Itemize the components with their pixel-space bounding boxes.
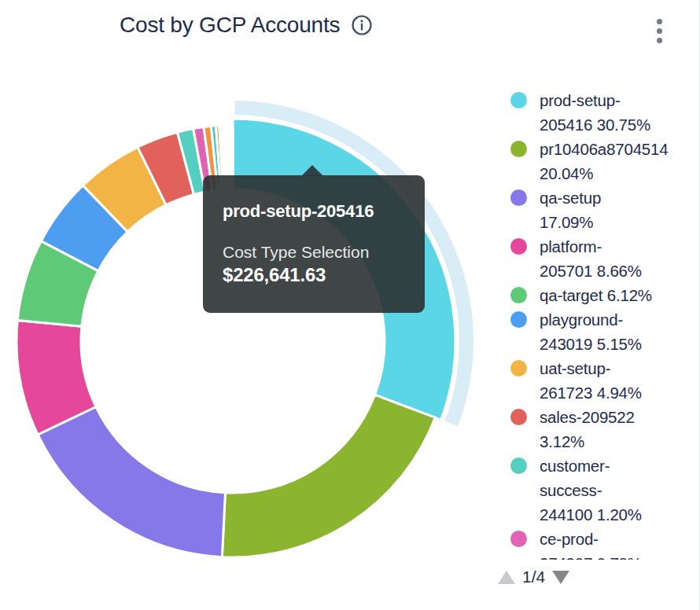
pie-slice-qa-setup[interactable] xyxy=(38,406,225,557)
legend-dot xyxy=(510,458,527,474)
legend-label: sales-2095223.12% xyxy=(540,405,635,454)
kebab-dot xyxy=(657,38,662,43)
kebab-dot xyxy=(657,19,662,24)
legend-dot xyxy=(510,238,527,255)
page-down-icon[interactable] xyxy=(552,571,569,584)
chart-legend: prod-setup-205416 30.75%pr10406a87045142… xyxy=(510,88,699,560)
legend-item-qa-target[interactable]: qa-target 6.12% xyxy=(510,283,699,307)
page-indicator: 1/4 xyxy=(522,568,545,586)
legend-item-platform-205701[interactable]: platform-205701 8.66% xyxy=(510,234,699,283)
cost-by-gcp-accounts-widget: Cost by GCP Accounts prod-setup-205416 C… xyxy=(0,0,700,610)
legend-label: qa-target 6.12% xyxy=(540,283,652,307)
legend-item-uat-setup-261723[interactable]: uat-setup-261723 4.94% xyxy=(510,356,699,405)
legend-dot xyxy=(510,287,527,303)
tooltip-arrow xyxy=(301,165,323,176)
chart-tooltip: prod-setup-205416 Cost Type Selection $2… xyxy=(203,175,425,313)
legend-label: customer-success-244100 1.20% xyxy=(540,454,642,527)
page-up-icon[interactable] xyxy=(498,571,515,584)
legend-dot xyxy=(510,311,527,328)
legend-item-qa-setup[interactable]: qa-setup17.09% xyxy=(510,186,699,234)
tooltip-label: Cost Type Selection xyxy=(223,244,405,261)
legend-item-ce-prod-274307[interactable]: ce-prod-274307 0.78% xyxy=(510,527,699,560)
legend-dot xyxy=(510,360,527,377)
tooltip-title: prod-setup-205416 xyxy=(223,202,405,221)
legend-dot xyxy=(510,92,527,108)
legend-label: pr10406a870451420.04% xyxy=(540,137,668,186)
legend-dot xyxy=(510,409,527,425)
legend-item-playground-243019[interactable]: playground-243019 5.15% xyxy=(510,307,699,356)
legend-label: platform-205701 8.66% xyxy=(540,234,642,283)
legend-dot xyxy=(510,141,527,157)
legend-label: prod-setup-205416 30.75% xyxy=(540,88,650,137)
legend-dot xyxy=(510,531,527,547)
legend-dot xyxy=(510,189,527,206)
tooltip-value: $226,641.63 xyxy=(223,265,405,285)
legend-item-customer-success-244100[interactable]: customer-success-244100 1.20% xyxy=(510,454,699,527)
kebab-dot xyxy=(657,28,662,34)
legend-item-prod-setup-205416[interactable]: prod-setup-205416 30.75% xyxy=(510,88,699,137)
legend-label: ce-prod-274307 0.78% xyxy=(540,527,642,560)
legend-label: playground-243019 5.15% xyxy=(540,307,642,356)
kebab-menu-icon[interactable] xyxy=(650,17,668,45)
legend-item-sales-209522[interactable]: sales-2095223.12% xyxy=(510,405,699,454)
legend-label: qa-setup17.09% xyxy=(540,186,601,234)
pie-slice-pr10406a8704514[interactable] xyxy=(222,395,435,557)
legend-item-pr10406a8704514[interactable]: pr10406a870451420.04% xyxy=(510,137,699,186)
legend-label: uat-setup-261723 4.94% xyxy=(540,356,642,405)
legend-pagination: 1/4 xyxy=(498,568,569,586)
